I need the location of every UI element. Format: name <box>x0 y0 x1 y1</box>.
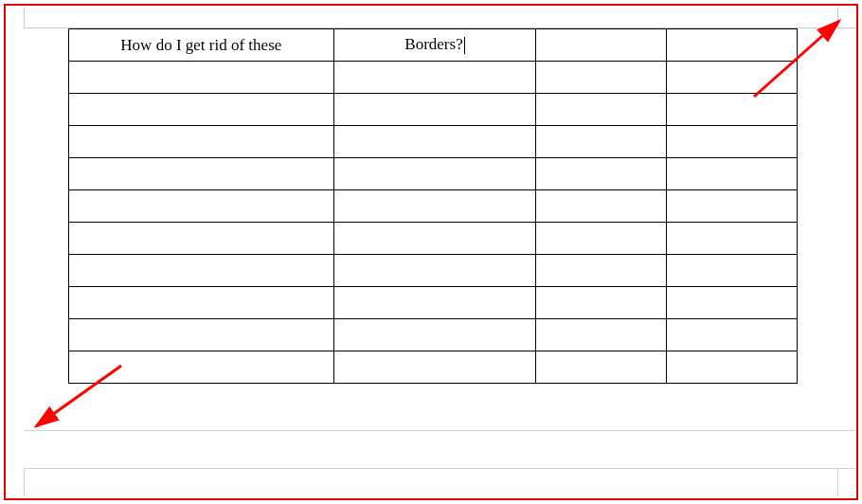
margin-guide <box>837 468 838 496</box>
table-cell[interactable] <box>333 351 536 384</box>
table-cell[interactable] <box>667 94 798 126</box>
table-row <box>69 190 798 223</box>
table-cell[interactable] <box>69 351 334 384</box>
table-cell[interactable] <box>333 190 536 223</box>
cell-text: How do I get rid of these <box>120 36 281 54</box>
table-cell[interactable] <box>333 255 536 287</box>
table-cell[interactable] <box>667 287 798 319</box>
table-cell[interactable] <box>536 158 667 190</box>
table-cell[interactable] <box>69 190 334 223</box>
margin-guide <box>837 7 838 27</box>
table-cell[interactable] <box>667 126 798 158</box>
table-cell[interactable] <box>333 126 536 158</box>
margin-guide <box>24 468 855 469</box>
table-cell[interactable] <box>333 94 536 126</box>
margin-guide <box>24 468 25 496</box>
table-cell[interactable] <box>667 29 798 62</box>
table-cell[interactable] <box>667 351 798 384</box>
table-cell[interactable] <box>69 126 334 158</box>
table-cell[interactable] <box>333 62 536 94</box>
table-cell[interactable] <box>536 319 667 351</box>
margin-guide <box>24 430 855 431</box>
table-cell[interactable] <box>667 190 798 223</box>
table-cell[interactable] <box>536 62 667 94</box>
table-row <box>69 62 798 94</box>
table-cell[interactable]: How do I get rid of these <box>69 29 334 62</box>
table-cell[interactable] <box>333 319 536 351</box>
table-cell[interactable] <box>667 158 798 190</box>
table-cell[interactable] <box>536 351 667 384</box>
table-cell[interactable] <box>536 223 667 255</box>
table-row: How do I get rid of these Borders? <box>69 29 798 62</box>
table-cell[interactable] <box>536 255 667 287</box>
table-cell[interactable] <box>69 319 334 351</box>
table-cell[interactable] <box>667 255 798 287</box>
table-cell[interactable]: Borders? <box>333 29 536 62</box>
table-cell[interactable] <box>667 223 798 255</box>
table-cell[interactable] <box>536 126 667 158</box>
document-table[interactable]: How do I get rid of these Borders? <box>68 28 798 384</box>
table-cell[interactable] <box>536 29 667 62</box>
table-cell[interactable] <box>333 287 536 319</box>
table-cell[interactable] <box>69 62 334 94</box>
table-row <box>69 287 798 319</box>
table-cell[interactable] <box>333 158 536 190</box>
table-cell[interactable] <box>69 255 334 287</box>
margin-guide <box>24 7 25 27</box>
table-row <box>69 351 798 384</box>
table-cell[interactable] <box>536 287 667 319</box>
table-row <box>69 126 798 158</box>
table-row <box>69 319 798 351</box>
table-cell[interactable] <box>69 223 334 255</box>
text-cursor <box>464 37 465 54</box>
table-cell[interactable] <box>69 158 334 190</box>
table-row <box>69 255 798 287</box>
table-cell[interactable] <box>536 190 667 223</box>
table-cell[interactable] <box>536 94 667 126</box>
table-cell[interactable] <box>667 319 798 351</box>
table-row <box>69 94 798 126</box>
table-row <box>69 158 798 190</box>
table-cell[interactable] <box>69 287 334 319</box>
table-cell[interactable] <box>69 94 334 126</box>
table-cell[interactable] <box>333 223 536 255</box>
table-row <box>69 223 798 255</box>
cell-text: Borders? <box>404 35 462 53</box>
table-cell[interactable] <box>667 62 798 94</box>
